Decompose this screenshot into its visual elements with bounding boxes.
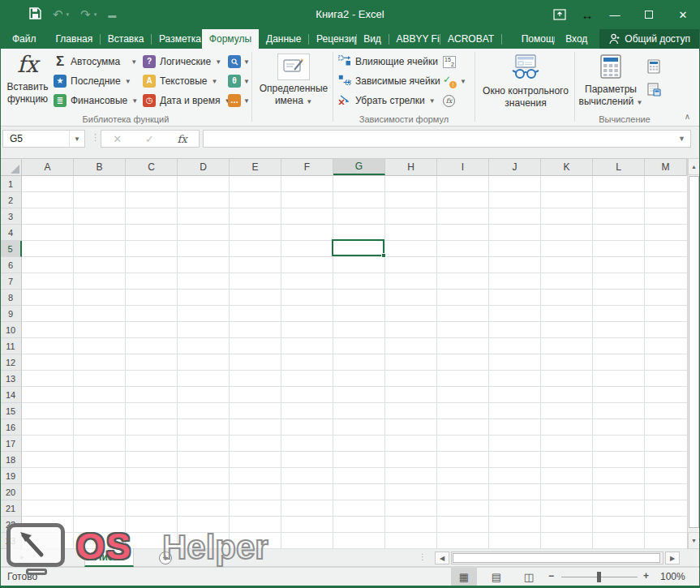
math-trig-button[interactable]: θ ▼ [228,71,250,91]
tab-help[interactable]: Помощн [510,29,556,49]
scroll-down-icon[interactable]: ▼ [688,532,700,549]
maximize-button[interactable] [632,0,666,29]
row-header-22[interactable]: 22 [0,517,21,533]
zoom-out-icon[interactable]: − [548,570,554,582]
zoom-in-icon[interactable]: + [643,570,649,582]
enter-icon[interactable]: ✓ [145,133,154,145]
row-header-1[interactable]: 1 [0,176,21,192]
trace-dependents-button[interactable]: Зависимые ячейки [338,71,440,91]
horizontal-scrollbar-thumb[interactable] [453,553,660,563]
column-header-F[interactable]: F [281,159,333,175]
collapse-ribbon-icon[interactable]: ∧ [685,112,690,121]
row-header-5[interactable]: 5 [0,241,22,257]
row-header-8[interactable]: 8 [0,290,21,306]
row-header-11[interactable]: 11 [0,338,21,354]
column-header-M[interactable]: M [645,159,687,175]
error-checking-button[interactable]: ✓! ▼ [443,71,466,91]
evaluate-formula-button[interactable]: fx [443,91,466,110]
view-normal-icon[interactable]: ▦ [451,568,477,586]
column-header-D[interactable]: D [178,159,230,175]
lookup-reference-button[interactable]: ▼ [228,52,250,71]
row-header-17[interactable]: 17 [0,436,21,452]
insert-function-fx-icon[interactable]: fx [177,133,187,145]
sheet-nav-arrows[interactable]: ◂▸ [6,552,34,561]
watch-window-button[interactable]: Окно контрольного значения [479,51,573,122]
ribbon-display-options-icon[interactable] [543,0,577,29]
column-header-E[interactable]: E [230,159,281,175]
row-header-16[interactable]: 16 [0,419,21,436]
expand-formula-bar-icon[interactable]: ▼ [678,135,685,143]
row-header-14[interactable]: 14 [0,387,21,403]
recent-functions-button[interactable]: ★ Последние ▼ [54,71,138,91]
row-header-9[interactable]: 9 [0,306,21,322]
scroll-right-icon[interactable]: ▶ [665,552,680,564]
tab-home[interactable]: Главная [49,29,101,49]
row-header-23[interactable]: 23 [0,533,21,549]
vertical-scrollbar[interactable]: ▲ ▼ [687,158,700,549]
row-header-19[interactable]: 19 [0,468,21,484]
text-functions-button[interactable]: A Текстовые ▼ [143,71,230,91]
autosum-button[interactable]: Σ Автосумма ▼ [54,52,138,71]
row-header-3[interactable]: 3 [0,208,21,225]
column-header-K[interactable]: K [541,159,593,175]
row-header-21[interactable]: 21 [0,500,21,517]
financial-button[interactable]: ≣ Финансовые ▼ [54,91,138,110]
row-header-12[interactable]: 12 [0,354,21,371]
remove-arrows-button[interactable]: Убрать стрелки ▼ [338,91,440,110]
row-header-13[interactable]: 13 [0,371,21,387]
column-header-C[interactable]: C [126,159,178,175]
formula-input[interactable] [203,130,691,148]
select-all-corner[interactable] [0,159,22,175]
tab-view[interactable]: Вид [356,29,389,49]
name-box[interactable]: G5 ▼ [2,130,85,148]
tab-file[interactable]: Файл [0,29,49,49]
calculate-sheet-button[interactable] [647,78,661,101]
tab-data[interactable]: Данные [259,29,308,49]
column-header-A[interactable]: A [22,159,74,175]
date-time-button[interactable]: ◷ Дата и время ▼ [143,91,230,110]
tab-abbyy-finereader[interactable]: ABBYY FineR [389,29,440,49]
minimize-button[interactable]: — [598,0,632,29]
fill-handle[interactable] [381,253,386,258]
share-button[interactable]: Общий доступ [599,29,700,49]
cancel-icon[interactable]: ✕ [113,133,122,145]
zoom-slider-thumb[interactable] [597,572,601,582]
row-header-20[interactable]: 20 [0,484,21,500]
calculate-now-button[interactable] [647,55,661,78]
tab-acrobat[interactable]: ACROBAT [440,29,501,49]
hscroll-resize-handle[interactable]: ⋮ [419,552,427,561]
more-functions-button[interactable]: … ▼ [228,91,250,110]
tab-page-layout[interactable]: Разметка стр [152,29,202,49]
row-header-2[interactable]: 2 [0,192,21,208]
formula-bar-resize-handle[interactable]: ⋮ [91,132,100,143]
show-formulas-button[interactable]: 152 [443,52,466,71]
insert-function-button[interactable]: fx Вставить функцию [3,51,52,122]
row-header-15[interactable]: 15 [0,403,21,419]
column-header-G[interactable]: G [333,159,385,175]
scroll-up-icon[interactable]: ▲ [688,158,700,175]
row-header-7[interactable]: 7 [0,273,21,290]
close-button[interactable]: ✕ [666,0,700,29]
sign-in-button[interactable]: Вход [558,29,595,49]
zoom-level[interactable]: 100% [660,571,685,582]
row-header-4[interactable]: 4 [0,225,21,241]
row-header-10[interactable]: 10 [0,322,21,338]
row-header-6[interactable]: 6 [0,257,21,273]
column-header-I[interactable]: I [437,159,489,175]
sheet-tab-active[interactable]: Лист1 [84,549,134,567]
vertical-scrollbar-thumb[interactable] [689,176,699,528]
column-header-L[interactable]: L [593,159,645,175]
view-page-layout-icon[interactable]: ▤ [483,568,509,586]
worksheet-cells[interactable] [22,176,687,549]
selected-cell-G5[interactable] [332,239,384,256]
defined-names-button[interactable]: Определенные имена ▼ [256,51,331,122]
new-sheet-button[interactable]: + [159,552,172,564]
column-header-H[interactable]: H [385,159,437,175]
logical-button[interactable]: ? Логические ▼ [143,52,230,71]
scroll-left-icon[interactable]: ◀ [435,552,449,564]
calculation-options-button[interactable]: Параметры вычислений ▼ [578,51,644,122]
trace-precedents-button[interactable]: Влияющие ячейки [338,52,440,71]
row-header-18[interactable]: 18 [0,452,21,468]
horizontal-scrollbar[interactable] [451,552,663,564]
column-header-B[interactable]: B [74,159,126,175]
